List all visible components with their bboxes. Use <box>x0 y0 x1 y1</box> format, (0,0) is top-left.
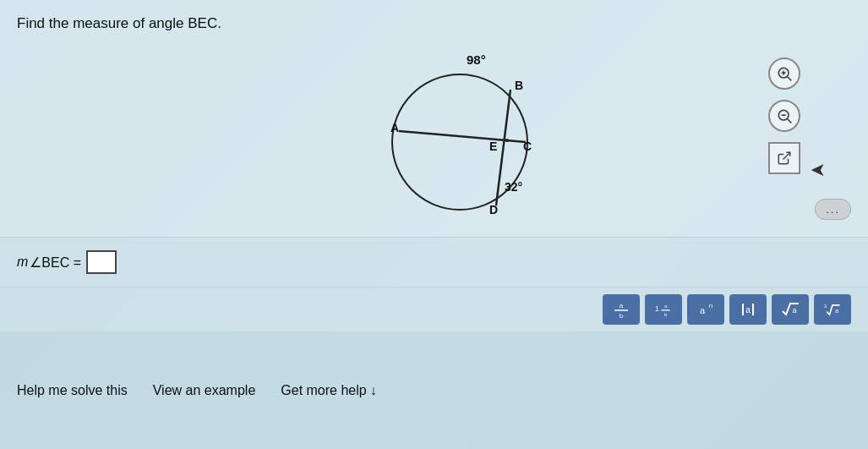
get-more-help-arrow: ↓ <box>370 383 377 398</box>
svg-text:a: a <box>745 305 751 315</box>
svg-text:a: a <box>620 302 624 309</box>
angle-symbol: ∠BEC = <box>30 255 81 271</box>
arc-bottom-label: 32° <box>505 180 522 194</box>
fraction-button[interactable]: a b <box>603 294 640 325</box>
math-toolbar: a b 1 a b a n a <box>0 287 868 331</box>
point-e-label: E <box>489 140 497 153</box>
svg-text:3: 3 <box>824 304 827 309</box>
cbrt-button[interactable]: 3 a <box>814 294 851 325</box>
svg-text:a: a <box>664 304 668 309</box>
mixed-number-button[interactable]: 1 a b <box>645 294 682 325</box>
zoom-in-button[interactable] <box>768 57 800 90</box>
get-more-help-link[interactable]: Get more help ↓ <box>281 383 376 398</box>
diagram-svg: 98° B A C E D 32° <box>341 41 595 218</box>
answer-input[interactable] <box>86 250 117 274</box>
svg-point-3 <box>505 139 509 142</box>
question-text: Find the measure of angle BEC. <box>17 15 851 32</box>
top-section: Find the measure of angle BEC. 98° B A C <box>0 0 868 237</box>
cursor-icon: ➤ <box>811 159 826 181</box>
svg-text:a: a <box>835 307 839 315</box>
exponent-button[interactable]: a n <box>687 294 724 325</box>
svg-text:b: b <box>664 312 668 317</box>
right-icons <box>768 57 800 174</box>
point-a-label: A <box>390 121 399 134</box>
help-section: Help me solve this View an example Get m… <box>0 331 868 449</box>
input-section: m ∠BEC = <box>0 237 868 287</box>
diagram-area: 98° B A C E D 32° <box>17 41 851 218</box>
svg-text:b: b <box>620 312 624 320</box>
absolute-value-button[interactable]: a <box>729 294 767 325</box>
svg-text:a: a <box>700 305 706 315</box>
help-me-solve-link[interactable]: Help me solve this <box>17 383 128 398</box>
zoom-out-button[interactable] <box>768 100 800 132</box>
get-more-help-label: Get more help <box>281 383 366 398</box>
m-label: m <box>17 255 28 270</box>
view-example-link[interactable]: View an example <box>153 383 256 398</box>
sqrt-button[interactable]: a <box>772 294 809 325</box>
svg-text:a: a <box>792 306 796 315</box>
geometry-diagram: 98° B A C E D 32° <box>341 41 595 218</box>
angle-label: m ∠BEC = <box>17 255 81 271</box>
svg-line-11 <box>783 152 790 159</box>
svg-text:1: 1 <box>655 304 659 313</box>
external-link-button[interactable] <box>768 142 800 174</box>
svg-line-9 <box>788 119 792 123</box>
more-button[interactable]: ... <box>815 199 851 220</box>
svg-line-5 <box>788 77 792 81</box>
svg-text:n: n <box>709 302 712 309</box>
point-b-label: B <box>515 79 523 92</box>
main-container: Find the measure of angle BEC. 98° B A C <box>0 0 868 449</box>
arc-top-label: 98° <box>467 52 486 67</box>
